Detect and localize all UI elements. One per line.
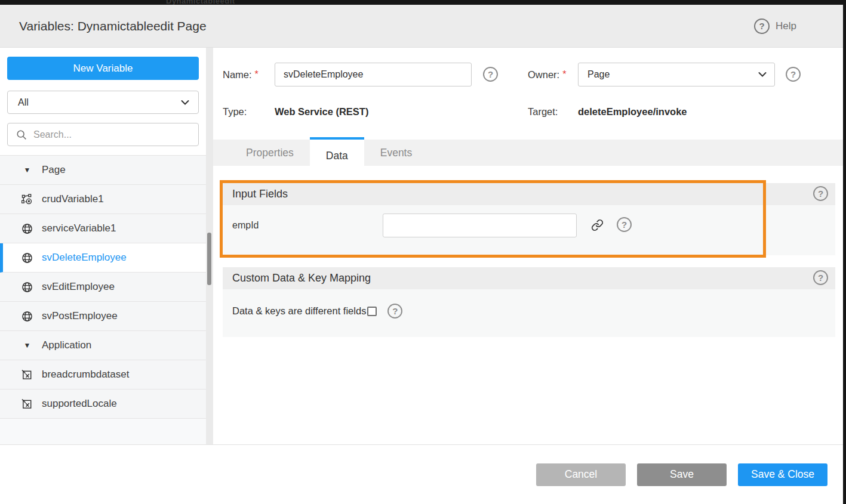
dialog-footer: Cancel Save Save & Close xyxy=(0,444,843,504)
owner-help-icon[interactable]: ? xyxy=(786,67,801,82)
name-input[interactable] xyxy=(275,63,472,86)
variable-label: svDeleteEmployee xyxy=(42,252,127,264)
save-and-close-button[interactable]: Save & Close xyxy=(738,463,827,486)
section-title: Custom Data & Key Mapping xyxy=(232,272,828,285)
variable-detail-panel: Name:* ? Owner:* Page ? Type: Web Servic… xyxy=(213,48,843,444)
tab-properties[interactable]: Properties xyxy=(230,140,310,166)
empid-help-icon[interactable]: ? xyxy=(617,217,632,232)
different-fields-row: Data & keys are different fields ? xyxy=(232,304,402,319)
sidebar-group-application[interactable]: ▼ Application xyxy=(0,331,206,360)
search-icon xyxy=(16,129,27,140)
custom-mapping-section: Custom Data & Key Mapping ? Data & keys … xyxy=(223,267,835,337)
type-label: Type: xyxy=(223,106,247,118)
sidebar-item-breadcrumbdataset[interactable]: breadcrumbdataset xyxy=(0,360,206,389)
tab-data[interactable]: Data xyxy=(310,137,364,172)
custom-mapping-body: Data & keys are different fields ? xyxy=(223,289,835,337)
owner-selected-value: Page xyxy=(587,69,758,80)
different-fields-help-icon[interactable]: ? xyxy=(387,304,402,319)
cancel-button[interactable]: Cancel xyxy=(536,463,626,486)
sidebar-item-crudvariable1[interactable]: crudVariable1 xyxy=(0,185,206,214)
variable-search-box[interactable] xyxy=(7,123,199,146)
web-service-icon xyxy=(21,223,33,234)
chevron-down-icon xyxy=(180,98,190,107)
new-variable-button[interactable]: New Variable xyxy=(7,57,199,80)
collapse-arrow-icon[interactable]: ▼ xyxy=(21,341,33,350)
input-fields-body: empId ? xyxy=(223,205,835,255)
sidebar-item-supportedlocale[interactable]: supportedLocale xyxy=(0,389,206,419)
target-label: Target: xyxy=(528,106,558,118)
different-fields-label: Data & keys are different fields xyxy=(232,305,366,317)
variable-label: breadcrumbdataset xyxy=(42,369,129,381)
help-label[interactable]: Help xyxy=(776,20,796,32)
sidebar-item-svdeleteemployee[interactable]: svDeleteEmployee xyxy=(0,243,206,273)
name-label: Name:* xyxy=(223,63,259,86)
custom-mapping-header: Custom Data & Key Mapping ? xyxy=(223,267,835,289)
web-service-icon xyxy=(21,282,33,293)
empid-label: empId xyxy=(232,220,259,231)
help-icon[interactable]: ? xyxy=(754,18,770,34)
sidebar-scrollbar-track[interactable] xyxy=(206,48,213,444)
required-asterisk: * xyxy=(255,69,259,80)
type-value: Web Service (REST) xyxy=(275,106,368,118)
chevron-down-icon xyxy=(758,70,767,79)
target-value: deleteEmployee/invoke xyxy=(578,106,687,118)
web-service-icon xyxy=(21,311,33,322)
tab-bar: Properties Data Events xyxy=(213,140,843,166)
sidebar-scrollbar-thumb[interactable] xyxy=(207,233,211,285)
custom-mapping-help-icon[interactable]: ? xyxy=(813,270,828,285)
save-button[interactable]: Save xyxy=(637,463,727,486)
owner-select[interactable]: Page xyxy=(578,63,775,86)
sidebar-item-servicevariable1[interactable]: serviceVariable1 xyxy=(0,214,206,243)
collapse-arrow-icon[interactable]: ▼ xyxy=(21,166,33,174)
link-icon xyxy=(591,219,604,231)
input-fields-header: Input Fields ? xyxy=(223,183,835,205)
input-fields-section: Input Fields ? empId ? xyxy=(223,183,835,255)
sidebar-item-svpostemployee[interactable]: svPostEmployee xyxy=(0,302,206,331)
owner-label: Owner:* xyxy=(528,63,566,86)
required-asterisk: * xyxy=(562,69,566,80)
variables-sidebar: New Variable All ▼ Page crudVariable1 xyxy=(0,48,206,444)
dialog-header: Variables: Dynamictableedit Page ? Help xyxy=(0,5,843,48)
model-variable-icon xyxy=(21,398,33,410)
section-title: Input Fields xyxy=(232,188,828,200)
web-service-icon xyxy=(21,252,33,264)
backdrop-hint-text: Dynamictableedit xyxy=(166,0,235,5)
variable-label: svEditEmployee xyxy=(42,281,115,293)
variable-filter-select[interactable]: All xyxy=(7,91,199,114)
sidebar-group-page[interactable]: ▼ Page xyxy=(0,156,206,185)
variable-label: crudVariable1 xyxy=(42,193,104,205)
variables-dialog: Variables: Dynamictableedit Page ? Help … xyxy=(0,5,843,504)
dialog-title: Variables: Dynamictableedit Page xyxy=(19,19,754,33)
tab-events[interactable]: Events xyxy=(364,140,429,166)
variable-label: svPostEmployee xyxy=(42,310,118,322)
variable-list: ▼ Page crudVariable1 serviceVariable1 sv… xyxy=(0,155,206,419)
dialog-body: New Variable All ▼ Page crudVariable1 xyxy=(0,48,843,444)
model-variable-icon xyxy=(21,369,33,381)
group-label: Application xyxy=(42,339,91,351)
variable-label: supportedLocale xyxy=(42,398,117,410)
input-fields-help-icon[interactable]: ? xyxy=(813,186,828,201)
sidebar-filler xyxy=(0,419,206,444)
different-fields-checkbox[interactable] xyxy=(367,307,377,316)
bind-link-icon[interactable] xyxy=(591,219,604,231)
group-label: Page xyxy=(42,164,66,176)
backdrop-app-strip: Dynamictableedit xyxy=(0,0,846,5)
sidebar-item-sveditemployee[interactable]: svEditEmployee xyxy=(0,273,206,302)
name-help-icon[interactable]: ? xyxy=(483,67,498,82)
filter-selected-value: All xyxy=(18,97,180,108)
variable-label: serviceVariable1 xyxy=(42,222,116,234)
empid-input[interactable] xyxy=(383,214,577,237)
search-input[interactable] xyxy=(33,129,192,140)
crud-variable-icon xyxy=(21,194,33,205)
help-link[interactable]: ? Help xyxy=(754,18,796,34)
